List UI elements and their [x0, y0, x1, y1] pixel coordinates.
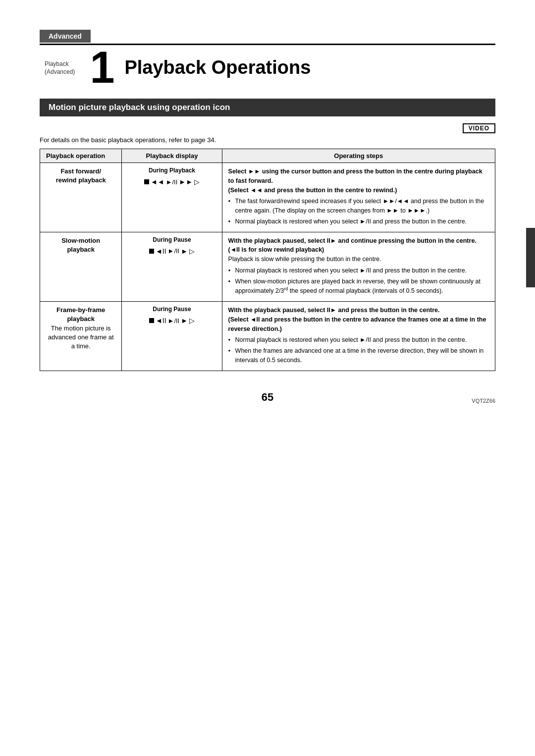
display-cell-1: During Playback ◄◄ ►/II ►► ▷ — [122, 163, 222, 232]
step-bold-1a: Select ►► using the cursor button and pr… — [228, 167, 489, 186]
stop-icon — [149, 318, 154, 323]
rewind-icon: ◄◄ — [151, 178, 164, 186]
video-badge: VIDEO — [463, 123, 495, 133]
display-cell-3: During Pause ◄II ►/II ► ▷ — [122, 302, 222, 371]
icon-strip-2: ◄II ►/II ► ▷ — [128, 247, 215, 255]
advanced-row: Advanced — [40, 30, 495, 43]
chapter-title: Playback Operations — [124, 57, 311, 78]
main-table: Playback operation Playback display Oper… — [40, 149, 495, 371]
slow-rewind-icon: ◄II — [156, 247, 166, 255]
stop-icon — [149, 249, 154, 254]
operation-cell-1: Fast forward/rewind playback — [40, 163, 122, 232]
col-header-steps: Operating steps — [222, 149, 495, 163]
bullet-item: Normal playback is restored when you sel… — [228, 266, 489, 275]
footer: 65 VQT2Z66 — [40, 391, 495, 404]
page: Advanced Playback (Advanced) 1 Playback … — [0, 0, 535, 756]
stop-icon — [144, 179, 149, 184]
operation-label-sub-3: The motion picture is advanced one frame… — [48, 324, 114, 350]
bullet-item: When the frames are advanced one at a ti… — [228, 346, 489, 365]
operation-cell-2: Slow-motionplayback — [40, 232, 122, 302]
cursor-icon: ▷ — [194, 178, 200, 186]
cursor-icon: ▷ — [189, 317, 195, 324]
frame-fwd-icon: ► — [181, 317, 188, 324]
page-number: 65 — [262, 391, 273, 404]
ffwd-icon: ►► — [179, 178, 193, 186]
chapter-row: Playback (Advanced) 1 Playback Operation… — [40, 44, 495, 90]
steps-cell-3: With the playback paused, select II► and… — [222, 302, 495, 371]
display-cell-2: During Pause ◄II ►/II ► ▷ — [122, 232, 222, 302]
slow-fwd-icon: ► — [181, 247, 188, 255]
section-heading: Motion picture playback using operation … — [40, 99, 495, 116]
advanced-tag: Advanced — [40, 30, 91, 43]
step-bullets-3: Normal playback is restored when you sel… — [228, 335, 489, 365]
bullet-item: Normal playback is restored when you sel… — [228, 335, 489, 345]
doc-code: VQT2Z66 — [472, 398, 495, 404]
icon-strip-1: ◄◄ ►/II ►► ▷ — [128, 178, 215, 186]
steps-cell-1: Select ►► using the cursor button and pr… — [222, 163, 495, 232]
chapter-sublabel: Playback (Advanced) — [45, 58, 75, 76]
step-bold-2a: With the playback paused, select II► and… — [228, 236, 489, 246]
header: Advanced Playback (Advanced) 1 Playback … — [40, 30, 495, 90]
chapter-tab — [526, 228, 535, 287]
step-bullets-1: The fast forward/rewind speed increases … — [228, 197, 489, 226]
video-badge-row: VIDEO — [40, 123, 495, 133]
step-bullets-2: Normal playback is restored when you sel… — [228, 266, 489, 296]
step-bold-1b: (Select ◄◄ and press the button in the c… — [228, 186, 489, 195]
step-bold-2b: (◄II is for slow rewind playback) — [228, 245, 489, 255]
col-header-display: Playback display — [122, 149, 222, 163]
frame-back-icon: ◄II — [156, 317, 166, 324]
play-pause-icon: ►/II — [168, 247, 180, 255]
step-bold-3a: With the playback paused, select II► and… — [228, 306, 489, 315]
header-row: Playback operation Playback display Oper… — [40, 149, 495, 163]
step-plain-2: Playback is slow while pressing the butt… — [228, 255, 489, 264]
bullet-item: Normal playback is restored when you sel… — [228, 217, 489, 226]
refer-text: For details on the basic playback operat… — [40, 136, 495, 144]
superscript-rd: rd — [284, 286, 288, 291]
play-pause-icon: ►/II — [168, 317, 180, 324]
display-label-2: During Pause — [128, 236, 215, 243]
steps-cell-2: With the playback paused, select II► and… — [222, 232, 495, 302]
table-row: Frame-by-frameplayback The motion pictur… — [40, 302, 495, 371]
operation-label-1: Fast forward/rewind playback — [56, 167, 106, 184]
display-label-1: During Playback — [128, 167, 215, 174]
step-bold-3b: (Select ◄II and press the button in the … — [228, 315, 489, 334]
display-label-3: During Pause — [128, 306, 215, 313]
cursor-icon: ▷ — [189, 247, 195, 255]
operation-cell-3: Frame-by-frameplayback The motion pictur… — [40, 302, 122, 371]
icon-strip-3: ◄II ►/II ► ▷ — [128, 317, 215, 324]
operation-label-bold-3: Frame-by-frameplayback — [56, 306, 105, 323]
bullet-item: When slow-motion pictures are played bac… — [228, 277, 489, 296]
table-row: Fast forward/rewind playback During Play… — [40, 163, 495, 232]
table-row: Slow-motionplayback During Pause ◄II ►/I… — [40, 232, 495, 302]
table-body: Fast forward/rewind playback During Play… — [40, 163, 495, 371]
chapter-number: 1 — [90, 45, 114, 90]
bullet-item: The fast forward/rewind speed increases … — [228, 197, 489, 216]
table-header: Playback operation Playback display Oper… — [40, 149, 495, 163]
operation-label-2: Slow-motionplayback — [61, 237, 100, 253]
play-pause-icon: ►/II — [166, 178, 178, 186]
col-header-operation: Playback operation — [40, 149, 122, 163]
